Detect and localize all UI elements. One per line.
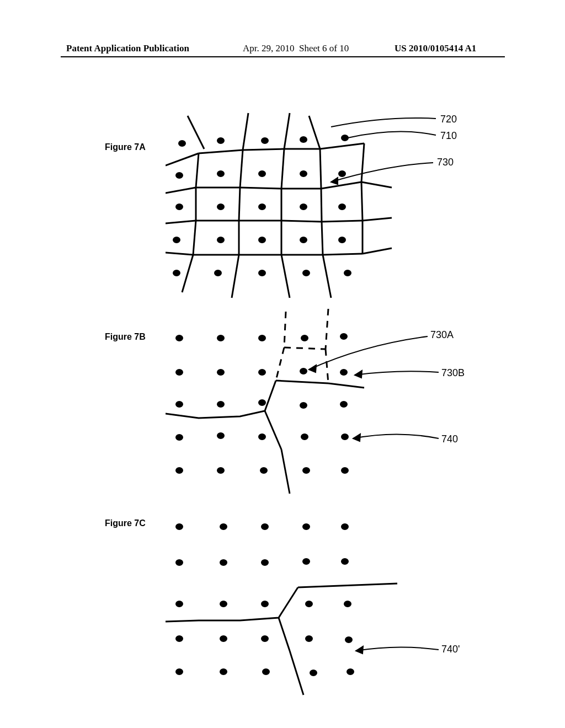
svg-point-105: [341, 467, 349, 474]
svg-line-75: [276, 347, 284, 381]
svg-point-54: [300, 170, 307, 177]
svg-point-114: [261, 523, 269, 530]
svg-point-62: [217, 237, 225, 243]
svg-line-9: [196, 153, 199, 188]
ref-720: 720: [440, 114, 457, 125]
svg-marker-106: [309, 365, 316, 372]
svg-point-104: [302, 467, 310, 474]
svg-point-86: [175, 369, 183, 376]
svg-line-10: [240, 150, 243, 188]
svg-point-57: [217, 204, 225, 210]
figure-7c-diagram: 740': [166, 507, 491, 700]
svg-point-115: [302, 523, 310, 530]
svg-line-4: [166, 153, 199, 165]
svg-point-129: [261, 635, 269, 642]
ref-730B: 730B: [441, 367, 465, 378]
svg-point-87: [217, 369, 225, 376]
svg-point-52: [217, 170, 225, 177]
svg-marker-137: [356, 646, 363, 654]
svg-point-125: [305, 601, 313, 607]
figure-7a-label: Figure 7A: [105, 142, 146, 152]
ref-740: 740: [441, 433, 458, 445]
svg-line-78: [328, 383, 364, 388]
header-publication-type: Patent Application Publication: [66, 43, 189, 54]
svg-point-103: [260, 467, 268, 474]
svg-point-92: [217, 401, 225, 408]
svg-line-16: [240, 188, 281, 189]
header-pub-number: US 2010/0105414 A1: [395, 43, 476, 54]
svg-point-112: [175, 523, 183, 530]
svg-point-56: [175, 204, 183, 210]
figure-7b-label: Figure 7B: [105, 332, 146, 342]
svg-line-79: [265, 411, 281, 449]
svg-line-28: [281, 221, 322, 222]
svg-point-120: [302, 558, 310, 565]
svg-point-116: [341, 523, 349, 530]
figure-7b-diagram: 730A 730B 740: [166, 306, 491, 505]
svg-point-98: [258, 433, 266, 440]
svg-point-130: [305, 635, 313, 642]
svg-point-53: [258, 170, 266, 177]
svg-line-73: [326, 309, 328, 349]
header-date-sheet: Apr. 29, 2010 Sheet 6 of 10: [243, 43, 349, 54]
svg-point-133: [220, 668, 227, 675]
svg-line-110: [279, 618, 290, 651]
svg-line-30: [363, 218, 392, 221]
svg-line-76: [326, 349, 328, 383]
svg-line-44: [281, 255, 290, 298]
svg-line-77: [276, 381, 328, 383]
svg-point-46: [178, 140, 186, 147]
svg-point-63: [258, 237, 266, 243]
svg-point-94: [300, 402, 307, 409]
svg-line-18: [321, 182, 361, 189]
svg-point-70: [344, 270, 351, 276]
svg-line-13: [361, 143, 364, 182]
svg-line-3: [309, 116, 320, 149]
svg-line-34: [322, 222, 323, 255]
svg-point-126: [344, 601, 351, 607]
svg-point-68: [258, 270, 266, 276]
svg-line-80: [281, 449, 290, 494]
svg-point-122: [175, 601, 183, 607]
figure-7a-diagram: 720 710 730: [166, 110, 491, 303]
svg-point-102: [217, 467, 225, 474]
svg-point-127: [175, 635, 183, 642]
svg-point-50: [341, 135, 349, 141]
svg-point-100: [341, 433, 349, 440]
svg-point-121: [341, 558, 349, 565]
svg-line-29: [322, 221, 363, 222]
svg-point-113: [220, 523, 227, 530]
ref-730A: 730A: [430, 329, 454, 340]
ref-730: 730: [437, 157, 454, 168]
svg-point-95: [340, 401, 348, 408]
figure-7c-label: Figure 7C: [105, 518, 146, 528]
svg-line-19: [361, 182, 392, 188]
svg-point-82: [217, 335, 225, 341]
svg-line-74: [284, 347, 326, 349]
svg-point-101: [175, 467, 183, 474]
svg-line-8: [320, 143, 364, 149]
svg-point-99: [301, 433, 308, 440]
svg-line-23: [321, 189, 322, 222]
svg-point-85: [340, 333, 348, 340]
svg-point-132: [175, 668, 183, 675]
svg-line-36: [166, 253, 193, 255]
svg-point-61: [173, 237, 180, 243]
svg-point-66: [173, 270, 180, 276]
svg-point-91: [175, 401, 183, 408]
svg-marker-71: [331, 178, 338, 184]
svg-line-11: [281, 149, 284, 189]
ref-740-prime: 740': [441, 644, 460, 655]
svg-marker-108: [353, 434, 360, 441]
svg-point-97: [217, 432, 225, 439]
svg-point-89: [300, 368, 307, 374]
svg-line-43: [232, 255, 239, 298]
svg-point-47: [217, 137, 225, 144]
svg-line-2: [284, 113, 290, 149]
svg-line-42: [182, 255, 193, 292]
svg-point-135: [310, 670, 317, 676]
svg-line-40: [323, 254, 363, 255]
svg-point-64: [300, 237, 307, 243]
svg-point-128: [220, 635, 227, 642]
svg-line-41: [363, 248, 392, 254]
